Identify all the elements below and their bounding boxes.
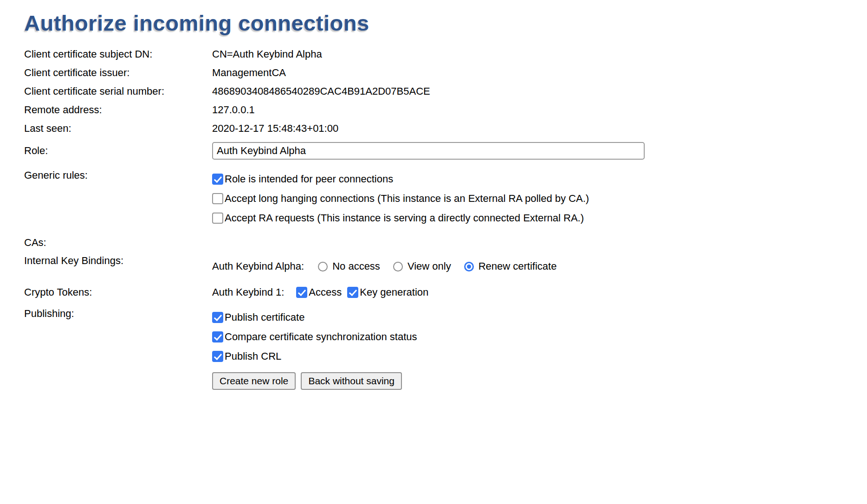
info-row-subject-dn: Client certificate subject DN: CN=Auth K… [24,45,867,64]
field-value-last-seen: 2020-12-17 15:48:43+01:00 [212,123,867,135]
rule-row-long-hanging-connections: Accept long hanging connections (This in… [212,189,867,208]
checkbox-access[interactable] [296,287,307,298]
info-row-last-seen: Last seen: 2020-12-17 15:48:43+01:00 [24,119,867,138]
authorize-connections-page: Authorize incoming connections Client ce… [0,0,867,504]
info-row-issuer: Client certificate issuer: ManagementCA [24,64,867,82]
radio-label-renew-certificate: Renew certificate [479,260,557,272]
crypto-tokens-section: Crypto Tokens: Auth Keybind 1: Access Ke… [24,286,867,298]
rule-row-accept-ra-requests: Accept RA requests (This instance is ser… [212,208,867,228]
publishing-row-publish-crl: Publish CRL [212,347,867,366]
field-value-issuer: ManagementCA [212,67,867,79]
checkbox-label-publish-crl: Publish CRL [225,350,281,362]
field-label-crypto-tokens: Crypto Tokens: [24,286,212,298]
checkbox-label-access: Access [309,286,342,298]
field-label-publishing: Publishing: [24,308,212,320]
crypto-option-key-generation: Key generation [347,286,428,298]
crypto-option-access: Access [296,286,342,298]
radio-renew-certificate[interactable] [464,262,474,271]
info-row-serial-number: Client certificate serial number: 486890… [24,82,867,101]
radio-label-no-access: No access [332,260,380,272]
form-actions: Create new role Back without saving [24,372,867,390]
publishing-section: Publishing: Publish certificate Compare … [24,308,867,366]
radio-view-only[interactable] [393,262,403,271]
field-label-role: Role: [24,145,212,157]
crypto-token-item-label: Auth Keybind 1: [212,286,284,298]
cas-section: CAs: [24,233,867,252]
publishing-row-publish-certificate: Publish certificate [212,308,867,327]
checkbox-publish-crl[interactable] [212,351,223,362]
generic-rules-section: Generic rules: Role is intended for peer… [24,169,867,228]
radio-group-view-only: View only [393,260,451,272]
field-label-generic-rules: Generic rules: [24,169,212,181]
checkbox-label-long-hanging-connections: Accept long hanging connections (This in… [225,193,589,205]
field-label-issuer: Client certificate issuer: [24,67,212,79]
checkbox-label-compare-sync-status: Compare certificate synchronization stat… [225,331,417,343]
checkbox-long-hanging-connections[interactable] [212,193,223,204]
radio-no-access[interactable] [318,262,328,271]
key-binding-item-label: Auth Keybind Alpha: [212,260,304,272]
radio-label-view-only: View only [408,260,451,272]
page-title: Authorize incoming connections [24,10,867,36]
publishing-row-compare-sync: Compare certificate synchronization stat… [212,327,867,347]
checkbox-peer-connections[interactable] [212,174,223,185]
field-label-serial-number: Client certificate serial number: [24,85,212,97]
radio-group-renew-certificate: Renew certificate [464,260,557,272]
role-row: Role: [24,140,867,162]
field-value-subject-dn: CN=Auth Keybind Alpha [212,48,867,60]
create-new-role-button[interactable]: Create new role [212,372,296,390]
checkbox-label-accept-ra-requests: Accept RA requests (This instance is ser… [225,212,584,224]
checkbox-accept-ra-requests[interactable] [212,213,223,224]
field-value-serial-number: 4868903408486540289CAC4B91A2D07B5ACE [212,85,867,97]
radio-group-no-access: No access [318,260,380,272]
checkbox-compare-sync-status[interactable] [212,331,223,342]
back-without-saving-button[interactable]: Back without saving [301,372,402,390]
rule-row-peer-connections: Role is intended for peer connections [212,169,867,189]
info-row-remote-address: Remote address: 127.0.0.1 [24,101,867,119]
checkbox-label-key-generation: Key generation [360,286,428,298]
field-value-remote-address: 127.0.0.1 [212,104,867,116]
field-label-internal-key-bindings: Internal Key Bindings: [24,255,212,267]
checkbox-key-generation[interactable] [347,287,358,298]
checkbox-label-peer-connections: Role is intended for peer connections [225,173,393,185]
field-label-subject-dn: Client certificate subject DN: [24,48,212,60]
field-label-cas: CAs: [24,237,212,249]
internal-key-bindings-section: Internal Key Bindings: Auth Keybind Alph… [24,255,867,272]
checkbox-publish-certificate[interactable] [212,312,223,323]
field-label-remote-address: Remote address: [24,104,212,116]
field-label-last-seen: Last seen: [24,123,212,135]
checkbox-label-publish-certificate: Publish certificate [225,311,304,323]
role-input[interactable] [212,142,645,160]
